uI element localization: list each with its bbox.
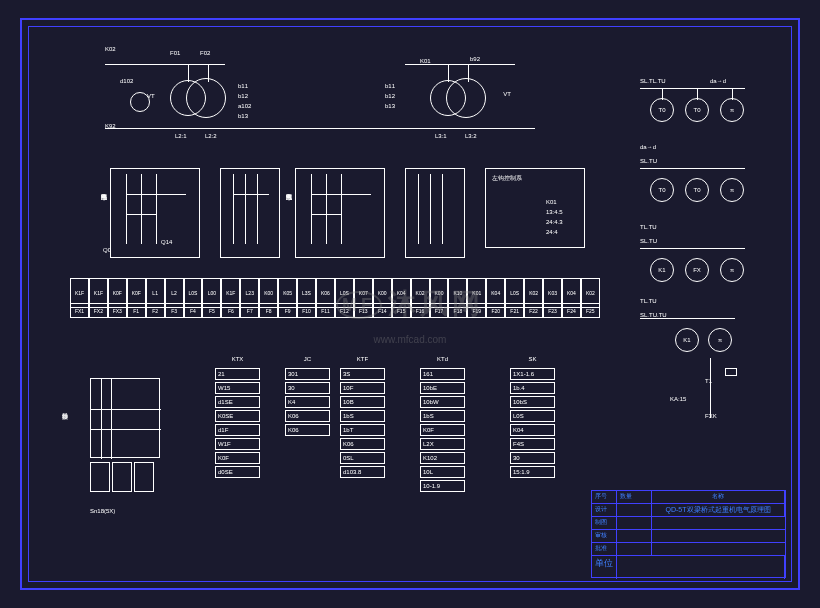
terminal-cell: F21 bbox=[505, 303, 524, 318]
relay-item: 1bT bbox=[340, 424, 385, 436]
ctrl-title: 左钩控制系 bbox=[492, 174, 522, 183]
top-label: b13 bbox=[385, 103, 395, 109]
terminal-cell: F5 bbox=[202, 303, 221, 318]
tb-cell: 制图 bbox=[592, 517, 617, 529]
right-label: SL.TU bbox=[640, 158, 657, 164]
wire bbox=[156, 174, 157, 244]
wire bbox=[233, 174, 234, 244]
relay-item: 1X1-1.6 bbox=[510, 368, 555, 380]
top-label: b92 bbox=[470, 56, 480, 62]
relay-item: 1b.4 bbox=[510, 382, 555, 394]
wire bbox=[105, 128, 535, 129]
terminal-cell: F7 bbox=[240, 303, 259, 318]
wire bbox=[245, 174, 246, 244]
relay-item: K06 bbox=[285, 410, 330, 422]
top-label: a102 bbox=[238, 103, 251, 109]
tb-cell: 名称 bbox=[652, 491, 785, 503]
relay-item: K06 bbox=[340, 438, 385, 450]
top-label: L2:1 bbox=[175, 133, 187, 139]
cad-canvas: VT VT K02 F01 F02 d102 b11 b12 a102 b13 … bbox=[0, 0, 820, 608]
terminal-cell: F11 bbox=[316, 303, 335, 318]
relay-item: 10bW bbox=[420, 396, 465, 408]
relay-item: 10B bbox=[340, 396, 385, 408]
motor-circle-2b: VT bbox=[446, 78, 486, 118]
right-circle: π bbox=[720, 178, 744, 202]
ctrl-label: Q14 bbox=[161, 239, 172, 245]
relay-bottom-label: Sn18(5X) bbox=[90, 508, 115, 514]
top-motor-section: VT VT K02 F01 F02 d102 b11 b12 a102 b13 … bbox=[70, 38, 600, 158]
right-circle: π bbox=[708, 328, 732, 352]
relay-item: 10F bbox=[340, 382, 385, 394]
relay-item: 30 bbox=[285, 382, 330, 394]
right-circle: T0 bbox=[650, 178, 674, 202]
relay-item: 3S bbox=[340, 368, 385, 380]
relay-sk: SK 1X1-1.61b.410bSL0SK04F4S3015:1.9 bbox=[510, 368, 555, 480]
ctrl-block-5: 左钩控制系 K01 13:4.5 24:4.3 24:4 bbox=[485, 168, 585, 248]
right-label: TL.TU bbox=[640, 298, 657, 304]
relay-item: 10L bbox=[420, 466, 465, 478]
terminal-cell: F10 bbox=[297, 303, 316, 318]
wire bbox=[188, 64, 189, 82]
terminal-cell: F1 bbox=[127, 303, 146, 318]
wire bbox=[468, 64, 469, 82]
relay-item: K0SE bbox=[215, 410, 260, 422]
relay-item: L0S bbox=[510, 410, 555, 422]
relay-title: KTF bbox=[357, 356, 368, 362]
terminal-cell: F19 bbox=[467, 303, 486, 318]
terminal-cell: F6 bbox=[221, 303, 240, 318]
wire bbox=[126, 214, 156, 215]
relay-item: 0SL bbox=[340, 452, 385, 464]
wire bbox=[141, 174, 142, 244]
relay-item: K4 bbox=[285, 396, 330, 408]
right-label: da→d bbox=[640, 144, 656, 150]
terminal-cell: F3 bbox=[165, 303, 184, 318]
tb-cell: 批准 bbox=[592, 543, 617, 555]
right-circle: T0 bbox=[685, 98, 709, 122]
dxf-box bbox=[725, 368, 737, 376]
top-label: F02 bbox=[200, 50, 210, 56]
relay-title: JC bbox=[304, 356, 311, 362]
terminal-cell: F25 bbox=[581, 303, 600, 318]
relay-ktd: KTd 16110bE10bW1bSK0FL2XK10210L10-1.9 bbox=[420, 368, 465, 494]
relay-item: 1bS bbox=[340, 410, 385, 422]
right-label: KA:15 bbox=[670, 396, 686, 402]
terminal-cell: F15 bbox=[392, 303, 411, 318]
wire bbox=[430, 174, 431, 244]
control-blocks-row: 小车电气回路 Q14 Q0 大车电气回路 bbox=[70, 168, 600, 268]
relay-item: W1F bbox=[215, 438, 260, 450]
terminal-cell: FX1 bbox=[70, 303, 89, 318]
top-label: b11 bbox=[238, 83, 248, 89]
wire bbox=[448, 64, 449, 82]
relay-title: KTd bbox=[437, 356, 448, 362]
terminal-cell: F2 bbox=[146, 303, 165, 318]
top-label: d102 bbox=[120, 78, 133, 84]
relay-item: K06 bbox=[285, 424, 330, 436]
tb-cell: 审核 bbox=[592, 530, 617, 542]
relay-sub-row bbox=[90, 462, 170, 492]
terminal-cell: F12 bbox=[335, 303, 354, 318]
right-circle: K1 bbox=[650, 258, 674, 282]
relay-item: 21 bbox=[215, 368, 260, 380]
wire bbox=[126, 194, 186, 195]
terminal-cell: F14 bbox=[373, 303, 392, 318]
relay-item: d103.8 bbox=[340, 466, 385, 478]
relay-item: K102 bbox=[420, 452, 465, 464]
right-label: da→d bbox=[710, 78, 726, 84]
motor-circle-1b bbox=[186, 78, 226, 118]
terminal-cell: FX3 bbox=[108, 303, 127, 318]
wire bbox=[326, 174, 327, 244]
relay-item: d1SE bbox=[215, 396, 260, 408]
terminal-cell: F13 bbox=[354, 303, 373, 318]
relay-item: 10bS bbox=[510, 396, 555, 408]
relay-item: W15 bbox=[215, 382, 260, 394]
right-label: TL.TU bbox=[640, 224, 657, 230]
ctrl-block-1: 小车电气回路 Q14 Q0 bbox=[110, 168, 200, 258]
top-label: L3:2 bbox=[465, 133, 477, 139]
relay-item: 10-1.9 bbox=[420, 480, 465, 492]
top-label: b12 bbox=[385, 93, 395, 99]
right-circle: K1 bbox=[675, 328, 699, 352]
terminal-cell: F4 bbox=[184, 303, 203, 318]
right-circle: FX bbox=[685, 258, 709, 282]
top-label: K02 bbox=[105, 46, 116, 52]
relay-jc: JC 30130K4K06K06 bbox=[285, 368, 330, 438]
